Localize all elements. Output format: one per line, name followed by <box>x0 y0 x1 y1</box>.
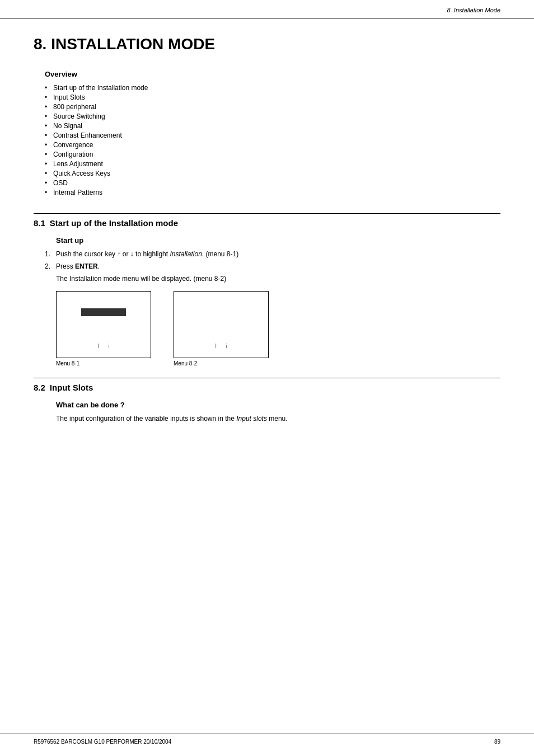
menu-box-1-container: I i Menu 8-1 <box>56 291 151 367</box>
overview-section: Overview Start up of the Installation mo… <box>34 70 500 196</box>
menu-2-label: Menu 8-2 <box>174 360 269 367</box>
numbered-list: 1. Push the cursor key ↑ or ↓ to highlig… <box>45 250 500 270</box>
main-content: 8. INSTALLATION MODE Overview Start up o… <box>0 18 534 468</box>
italic-input-slots: Input slots <box>236 415 267 422</box>
list-num-2: 2. <box>45 262 53 270</box>
indent-para: The Installation mode menu will be displ… <box>56 275 500 283</box>
list-item: Input Slots <box>45 93 500 101</box>
bold-enter: ENTER <box>75 262 98 270</box>
list-item-1: 1. Push the cursor key ↑ or ↓ to highlig… <box>45 250 500 258</box>
list-item: Start up of the Installation mode <box>45 84 500 92</box>
list-item: Source Switching <box>45 112 500 120</box>
list-item: No Signal <box>45 122 500 130</box>
list-item: Lens Adjustment <box>45 160 500 168</box>
footer-left-text: R5976562 BARCOSLM G10 PERFORMER 20/10/20… <box>34 739 171 745</box>
section-81-body: Start up 1. Push the cursor key ↑ or ↓ t… <box>45 236 500 367</box>
list-item: Quick Access Keys <box>45 170 500 177</box>
list-item: Contrast Enhancement <box>45 132 500 139</box>
list-item-2: 2. Press ENTER. <box>45 262 500 270</box>
section-82-para: The input configuration of the variable … <box>56 414 500 424</box>
menu-box-2: I i <box>174 291 269 358</box>
list-content-2: Press ENTER. <box>56 262 500 270</box>
section-81: 8.1 Start up of the Installation mode St… <box>34 213 500 367</box>
list-item: Internal Patterns <box>45 189 500 196</box>
italic-installation: Installation <box>170 250 202 258</box>
menu-box-1: I i <box>56 291 151 358</box>
overview-list: Start up of the Installation mode Input … <box>45 84 500 196</box>
page-number: 89 <box>494 739 500 745</box>
menu-1-dots: I i <box>97 343 110 349</box>
section-82-body: What can be done ? The input configurati… <box>45 401 500 424</box>
section-82-header: 8.2 Input Slots <box>34 378 500 392</box>
page-container: 8. Installation Mode 8. INSTALLATION MOD… <box>0 0 534 756</box>
menu-2-dots: I i <box>215 343 227 349</box>
list-item: OSD <box>45 179 500 187</box>
page-header: 8. Installation Mode <box>0 0 534 18</box>
list-item: Convergence <box>45 141 500 149</box>
overview-title: Overview <box>45 70 500 78</box>
menu-diagrams: I i Menu 8-1 I i Menu 8-2 <box>56 291 500 367</box>
section-81-number: 8.1 <box>34 218 45 228</box>
list-item: Configuration <box>45 151 500 158</box>
menu-highlight <box>81 308 126 316</box>
menu-1-label: Menu 8-1 <box>56 360 151 367</box>
what-can-be-done: What can be done ? <box>56 401 500 409</box>
section-82-title: Input Slots <box>50 383 93 392</box>
chapter-title: 8. INSTALLATION MODE <box>34 35 500 56</box>
section-81-title: Start up of the Installation mode <box>50 218 178 228</box>
section-81-header: 8.1 Start up of the Installation mode <box>34 213 500 228</box>
subsection-81-title: Start up <box>56 236 500 245</box>
list-content-1: Push the cursor key ↑ or ↓ to highlight … <box>56 250 500 258</box>
header-text: 8. Installation Mode <box>447 7 500 13</box>
list-item: 800 peripheral <box>45 103 500 111</box>
chapter-number: 8. <box>34 35 46 53</box>
chapter-title-text: INSTALLATION MODE <box>51 35 215 53</box>
list-num-1: 1. <box>45 250 53 258</box>
menu-box-2-container: I i Menu 8-2 <box>174 291 269 367</box>
section-82: 8.2 Input Slots What can be done ? The i… <box>34 378 500 424</box>
page-footer: R5976562 BARCOSLM G10 PERFORMER 20/10/20… <box>0 734 534 745</box>
section-82-number: 8.2 <box>34 383 45 392</box>
